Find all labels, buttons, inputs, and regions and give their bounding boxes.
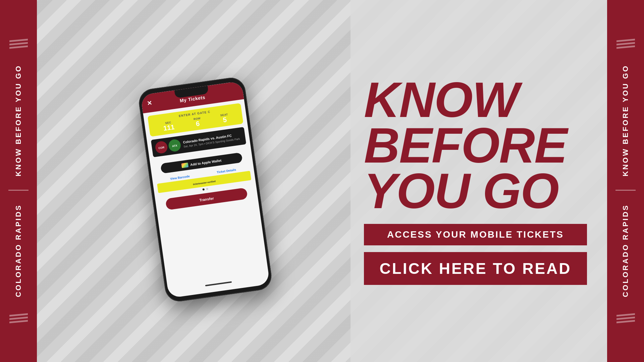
sidebar-divider-left xyxy=(8,190,29,191)
headline-line3: YOU GO xyxy=(364,168,587,214)
sidebar-right: KNOW BEFORE YOU GO COLORADO RAPIDS xyxy=(607,0,644,362)
phone-home-bar xyxy=(205,281,232,286)
wallet-text: Add to Apple Wallet xyxy=(190,159,221,167)
sidebar-right-stripes-bottom xyxy=(616,314,635,322)
subtitle-text: ACCESS YOUR MOBILE TICKETS xyxy=(372,229,579,240)
stripe-5 xyxy=(9,316,28,320)
r-stripe-2 xyxy=(616,42,635,46)
dot-active xyxy=(202,188,204,191)
sidebar-right-bottom-text: COLORADO RAPIDS xyxy=(622,197,629,304)
sidebar-left: KNOW BEFORE YOU GO COLORADO RAPIDS xyxy=(0,0,37,362)
sidebar-left-top-text: KNOW BEFORE YOU GO xyxy=(15,58,22,183)
phone-outer: ✕ My Tickets ENTER AT GATE C SEC 111 xyxy=(137,76,273,303)
r-stripe-3 xyxy=(616,46,635,49)
subtitle-bar: ACCESS YOUR MOBILE TICKETS xyxy=(364,224,587,245)
dot-inactive xyxy=(206,188,208,190)
wallet-icon xyxy=(181,163,189,168)
seat-value: 5 xyxy=(222,116,227,124)
transfer-text: Transfer xyxy=(199,196,214,202)
phone-screen: ✕ My Tickets ENTER AT GATE C SEC 111 xyxy=(140,81,270,298)
sidebar-right-top-text: KNOW BEFORE YOU GO xyxy=(622,58,629,183)
row-value: 6 xyxy=(195,120,200,127)
austin-logo: ATX xyxy=(168,139,181,153)
stripe-6 xyxy=(9,320,28,323)
phone-container: ✕ My Tickets ENTER AT GATE C SEC 111 xyxy=(137,76,273,303)
stripe-4 xyxy=(9,313,28,316)
sidebar-left-bottom-text: COLORADO RAPIDS xyxy=(15,197,22,304)
r-stripe-4 xyxy=(616,313,635,316)
sec-value: 111 xyxy=(163,123,175,132)
sidebar-stripes-top xyxy=(9,40,28,48)
headline-line1: KNOW xyxy=(364,77,587,123)
cta-text[interactable]: CLICK HERE TO READ xyxy=(372,259,579,278)
sidebar-divider-right xyxy=(615,190,636,191)
cta-bar[interactable]: CLICK HERE TO READ xyxy=(364,252,587,285)
content-inner: ✕ My Tickets ENTER AT GATE C SEC 111 xyxy=(37,0,607,362)
r-stripe-1 xyxy=(616,39,635,42)
page-wrapper: KNOW BEFORE YOU GO COLORADO RAPIDS xyxy=(0,0,644,362)
rapids-logo: COR xyxy=(154,140,168,154)
main-headline: KNOW BEFORE YOU GO xyxy=(364,77,587,214)
text-section: KNOW BEFORE YOU GO ACCESS YOUR MOBILE TI… xyxy=(351,0,607,362)
ticket-row: ROW 6 xyxy=(193,117,202,128)
phone-section: ✕ My Tickets ENTER AT GATE C SEC 111 xyxy=(37,0,351,362)
ticket-seat: SEAT 5 xyxy=(220,113,229,124)
stripe-1 xyxy=(9,39,28,42)
ticket-sec: SEC 111 xyxy=(162,121,175,132)
r-stripe-6 xyxy=(616,320,635,323)
sidebar-stripes-bottom xyxy=(9,314,28,322)
stripe-3 xyxy=(9,46,28,49)
team-logos: COR ATX xyxy=(154,139,181,154)
stripe-2 xyxy=(9,42,28,46)
tm-label: ticketmaster·verified xyxy=(193,180,215,185)
headline-line2: BEFORE xyxy=(364,123,587,168)
r-stripe-5 xyxy=(616,316,635,320)
close-icon: ✕ xyxy=(146,99,152,107)
main-content: ✕ My Tickets ENTER AT GATE C SEC 111 xyxy=(37,0,607,362)
sidebar-right-stripes-top xyxy=(616,40,635,48)
